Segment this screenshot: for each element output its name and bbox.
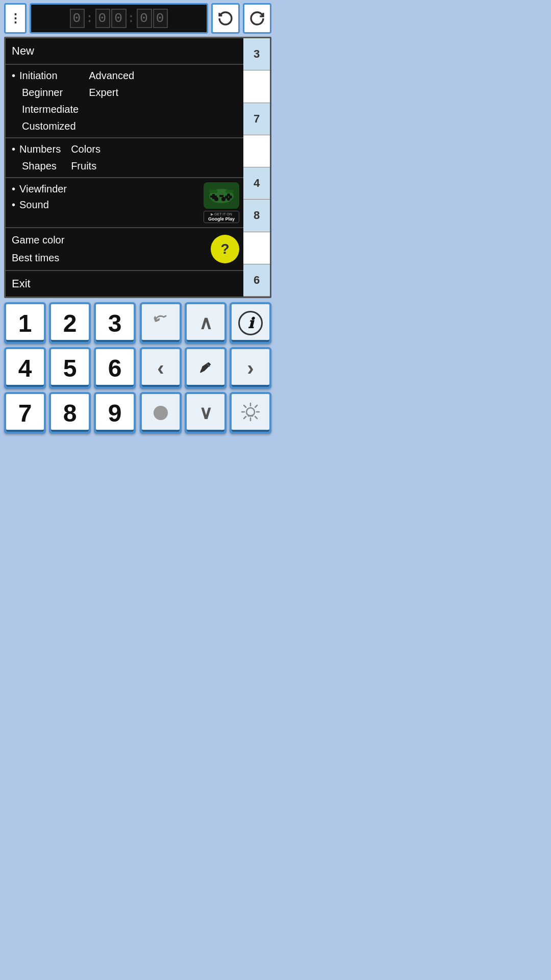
sidebar-4[interactable]: 4	[243, 167, 270, 200]
svg-rect-2	[209, 190, 217, 193]
category-colors[interactable]: Colors	[71, 141, 101, 157]
reload-button[interactable]	[243, 3, 271, 34]
timer-minutes-ones: 0	[111, 9, 127, 28]
exit-section: Exit	[6, 271, 243, 297]
google-play-badge[interactable]: ▶ GET IT ON Google Play	[204, 211, 239, 223]
setting-best-times[interactable]: Best times	[12, 249, 201, 267]
pencil-icon	[196, 354, 215, 382]
menu-main: New Initiation Beginner Intermediate Cus…	[6, 38, 243, 297]
sidebar-3[interactable]: 3	[243, 38, 270, 70]
difficulty-intermediate[interactable]: Intermediate	[12, 102, 79, 117]
svg-point-10	[214, 197, 218, 201]
difficulty-advanced[interactable]: Advanced	[89, 68, 134, 84]
setting-game-color[interactable]: Game color	[12, 231, 201, 249]
timer-display: 0 : 0 0 : 0 0	[30, 3, 208, 34]
sidebar-6[interactable]: 6	[243, 264, 270, 297]
timer-hours: 0	[70, 9, 85, 28]
svg-line-20	[244, 416, 246, 419]
key-8[interactable]: 8	[49, 392, 91, 434]
reload-icon	[249, 10, 265, 27]
new-menu-item[interactable]: New	[12, 41, 237, 61]
settings-left: Game color Best times	[6, 228, 207, 270]
menu-categories-section: Numbers Shapes Colors Fruits	[6, 138, 243, 178]
key-3[interactable]: 3	[94, 302, 136, 344]
up-arrow-icon: ∧	[199, 312, 212, 334]
controller-icon-box[interactable]	[204, 182, 239, 209]
difficulty-col2: Advanced Expert	[89, 68, 134, 134]
menu-area: New Initiation Beginner Intermediate Cus…	[4, 37, 271, 298]
menu-sidebar: 3 7 4 8 6	[243, 38, 270, 297]
svg-point-9	[227, 198, 230, 201]
option-viewfinder[interactable]: Viewfinder	[12, 181, 193, 197]
settings-section: Game color Best times ?	[6, 228, 243, 271]
refresh-button[interactable]	[211, 3, 240, 34]
sidebar-empty1	[243, 70, 270, 103]
svg-point-21	[246, 408, 255, 416]
key-down[interactable]: ∨	[185, 392, 227, 434]
key-info[interactable]: ℹ	[230, 302, 271, 344]
lightbulb-icon	[241, 399, 260, 427]
keypad-area: 1 2 3 4 5 6 7 8 9	[0, 298, 276, 438]
svg-line-19	[255, 405, 257, 407]
key-light[interactable]	[230, 392, 271, 434]
category-numbers[interactable]: Numbers	[12, 141, 61, 157]
control-keypad: ∧ ℹ ‹ › ∨	[140, 302, 271, 434]
gamepad-icon	[206, 185, 237, 206]
help-area: ?	[207, 228, 243, 270]
right-arrow-icon: ›	[247, 357, 254, 380]
category-fruits[interactable]: Fruits	[71, 158, 101, 174]
difficulty-col1: Initiation Beginner Intermediate Customi…	[12, 68, 79, 134]
exit-menu-item[interactable]: Exit	[12, 274, 237, 293]
key-7[interactable]: 7	[4, 392, 46, 434]
difficulty-expert[interactable]: Expert	[89, 85, 134, 101]
help-button[interactable]: ?	[211, 235, 239, 263]
menu-new-section: New	[6, 38, 243, 65]
difficulty-customized[interactable]: Customized	[12, 118, 79, 134]
key-dot[interactable]	[140, 392, 182, 434]
sidebar-8[interactable]: 8	[243, 200, 270, 232]
option-sound[interactable]: Sound	[12, 197, 193, 213]
sidebar-empty3	[243, 232, 270, 264]
key-left[interactable]: ‹	[140, 347, 182, 389]
key-6[interactable]: 6	[94, 347, 136, 389]
difficulty-beginner[interactable]: Beginner	[12, 85, 79, 101]
options-section: Viewfinder Sound	[6, 178, 243, 228]
difficulty-row: Initiation Beginner Intermediate Customi…	[12, 68, 237, 134]
timer-seconds-tens: 0	[137, 9, 152, 28]
key-4[interactable]: 4	[4, 347, 46, 389]
top-bar: ⋮ 0 : 0 0 : 0 0	[0, 0, 276, 37]
controller-area: ▶ GET IT ON Google Play	[199, 178, 243, 227]
undo-icon	[152, 312, 170, 334]
key-1[interactable]: 1	[4, 302, 46, 344]
number-keypad: 1 2 3 4 5 6 7 8 9	[4, 302, 136, 434]
key-2[interactable]: 2	[49, 302, 91, 344]
sidebar-empty2	[243, 135, 270, 167]
key-right[interactable]: ›	[230, 347, 271, 389]
sidebar-7[interactable]: 7	[243, 103, 270, 135]
svg-line-17	[244, 405, 246, 407]
dot-icon	[154, 406, 168, 420]
categories-col2: Colors Fruits	[71, 141, 101, 174]
info-icon: ℹ	[238, 311, 263, 335]
svg-rect-12	[219, 195, 223, 197]
down-arrow-icon: ∨	[199, 402, 212, 424]
refresh-icon	[217, 10, 234, 27]
categories-row: Numbers Shapes Colors Fruits	[12, 141, 237, 174]
menu-dots-icon: ⋮	[9, 11, 21, 26]
menu-difficulty-section: Initiation Beginner Intermediate Customi…	[6, 65, 243, 138]
key-edit[interactable]	[185, 347, 227, 389]
difficulty-initiation[interactable]: Initiation	[12, 68, 79, 84]
categories-col1: Numbers Shapes	[12, 141, 61, 174]
left-arrow-icon: ‹	[157, 357, 164, 380]
key-9[interactable]: 9	[94, 392, 136, 434]
key-5[interactable]: 5	[49, 347, 91, 389]
svg-rect-3	[226, 190, 234, 193]
timer-minutes-tens: 0	[95, 9, 111, 28]
key-up[interactable]: ∧	[185, 302, 227, 344]
options-left: Viewfinder Sound	[6, 178, 199, 227]
category-shapes[interactable]: Shapes	[12, 158, 61, 174]
svg-line-18	[255, 416, 257, 419]
svg-point-11	[221, 197, 226, 201]
menu-button[interactable]: ⋮	[4, 3, 27, 34]
key-undo[interactable]	[140, 302, 182, 344]
